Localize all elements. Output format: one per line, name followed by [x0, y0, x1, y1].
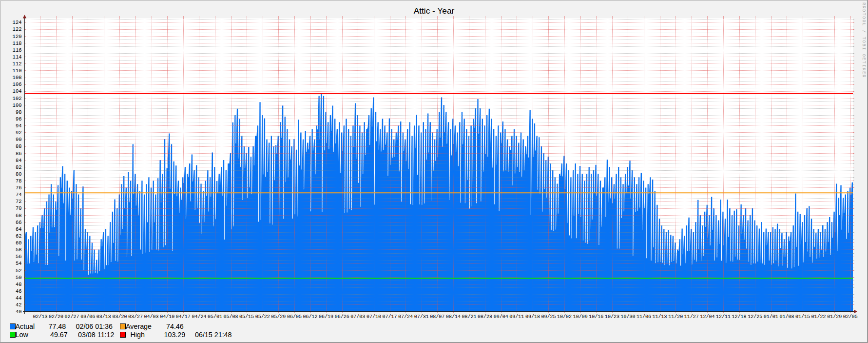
svg-text:64: 64: [16, 226, 22, 232]
svg-text:02/05: 02/05: [843, 314, 858, 320]
svg-text:80: 80: [16, 171, 22, 177]
svg-text:01/15: 01/15: [795, 314, 810, 320]
svg-text:03/06: 03/06: [80, 314, 95, 320]
svg-text:116: 116: [13, 47, 22, 53]
svg-text:40: 40: [16, 309, 22, 315]
svg-text:05/15: 05/15: [239, 314, 254, 320]
svg-text:12/04: 12/04: [700, 314, 714, 320]
svg-text:52: 52: [16, 268, 22, 274]
svg-text:05/01: 05/01: [208, 314, 222, 320]
svg-text:05/22: 05/22: [255, 314, 270, 320]
svg-text:12/18: 12/18: [732, 314, 747, 320]
svg-text:82: 82: [16, 164, 22, 170]
svg-text:98: 98: [16, 109, 22, 115]
svg-text:74: 74: [16, 192, 22, 198]
svg-text:86: 86: [16, 151, 22, 157]
svg-text:01/01: 01/01: [764, 314, 778, 320]
svg-text:10/23: 10/23: [605, 314, 619, 320]
svg-text:100: 100: [13, 102, 22, 108]
svg-text:48: 48: [16, 282, 22, 287]
svg-text:68: 68: [16, 213, 22, 219]
svg-text:07/17: 07/17: [382, 314, 397, 320]
svg-text:05/08: 05/08: [224, 314, 238, 320]
svg-text:58: 58: [16, 247, 22, 253]
svg-text:54: 54: [16, 261, 22, 266]
svg-text:09/04: 09/04: [494, 314, 508, 320]
svg-text:11/13: 11/13: [653, 314, 667, 320]
svg-text:118: 118: [13, 40, 22, 46]
svg-text:11/20: 11/20: [668, 314, 683, 320]
svg-text:07/24: 07/24: [398, 314, 413, 320]
svg-text:06/12: 06/12: [303, 314, 317, 320]
svg-text:07/10: 07/10: [366, 314, 381, 320]
svg-text:05/29: 05/29: [271, 314, 286, 320]
svg-text:106: 106: [13, 81, 22, 87]
svg-text:08/21: 08/21: [462, 314, 476, 320]
svg-text:62: 62: [16, 233, 22, 239]
svg-text:06/19: 06/19: [319, 314, 333, 320]
svg-text:120: 120: [13, 34, 22, 40]
svg-text:01/22: 01/22: [811, 314, 826, 320]
svg-text:50: 50: [16, 275, 22, 281]
svg-text:07/03: 07/03: [350, 314, 365, 320]
svg-text:08/07: 08/07: [430, 314, 444, 320]
svg-text:12/25: 12/25: [748, 314, 762, 320]
svg-text:01/08: 01/08: [779, 314, 794, 320]
svg-text:10/09: 10/09: [573, 314, 588, 320]
svg-text:11/27: 11/27: [684, 314, 699, 320]
svg-text:10/30: 10/30: [620, 314, 635, 320]
svg-text:102: 102: [13, 96, 22, 101]
svg-text:90: 90: [16, 137, 22, 142]
svg-text:06/26: 06/26: [335, 314, 349, 320]
svg-text:124: 124: [13, 20, 22, 25]
svg-text:11/06: 11/06: [637, 314, 651, 320]
svg-text:46: 46: [16, 288, 22, 294]
svg-text:56: 56: [16, 254, 22, 260]
svg-text:10/16: 10/16: [589, 314, 603, 320]
svg-text:44: 44: [16, 295, 22, 301]
svg-text:78: 78: [16, 178, 22, 184]
svg-text:96: 96: [16, 116, 22, 122]
svg-text:12/11: 12/11: [716, 314, 731, 320]
svg-text:08/14: 08/14: [446, 314, 461, 320]
svg-text:76: 76: [16, 185, 22, 191]
svg-text:42: 42: [16, 302, 22, 308]
svg-text:01/29: 01/29: [827, 314, 842, 320]
svg-text:09/11: 09/11: [509, 314, 524, 320]
svg-text:108: 108: [13, 75, 22, 81]
svg-text:10/02: 10/02: [557, 314, 572, 320]
svg-text:60: 60: [16, 240, 22, 246]
svg-text:114: 114: [13, 54, 22, 60]
svg-text:02/27: 02/27: [65, 314, 79, 320]
svg-text:03/20: 03/20: [112, 314, 127, 320]
svg-text:04/17: 04/17: [176, 314, 191, 320]
svg-text:03/27: 03/27: [128, 314, 143, 320]
svg-text:02/13: 02/13: [33, 314, 47, 320]
svg-text:02/20: 02/20: [49, 314, 63, 320]
svg-text:112: 112: [13, 61, 22, 67]
svg-text:122: 122: [13, 26, 22, 32]
svg-text:72: 72: [16, 199, 22, 204]
svg-text:04/24: 04/24: [192, 314, 206, 320]
svg-text:09/25: 09/25: [541, 314, 556, 320]
svg-text:09/18: 09/18: [525, 314, 540, 320]
svg-text:70: 70: [16, 205, 22, 211]
svg-text:84: 84: [16, 158, 22, 163]
svg-text:88: 88: [16, 143, 22, 149]
svg-text:08/28: 08/28: [478, 314, 492, 320]
svg-text:94: 94: [16, 123, 22, 129]
svg-text:06/05: 06/05: [287, 314, 302, 320]
svg-text:04/10: 04/10: [160, 314, 174, 320]
svg-text:92: 92: [16, 130, 22, 136]
svg-text:07/31: 07/31: [414, 314, 429, 320]
svg-text:04/03: 04/03: [144, 314, 159, 320]
svg-text:66: 66: [16, 220, 22, 225]
svg-text:104: 104: [13, 88, 22, 94]
svg-text:03/13: 03/13: [96, 314, 111, 320]
svg-text:110: 110: [13, 68, 22, 74]
